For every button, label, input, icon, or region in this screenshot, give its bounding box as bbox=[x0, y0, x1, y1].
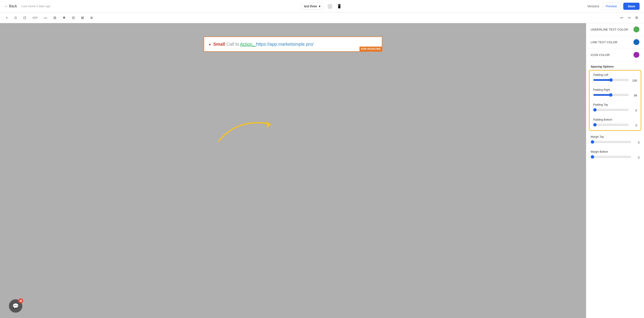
icon-color-label: ICON COLOR bbox=[591, 53, 610, 57]
text-url: https://app.marketsimple.pro/ bbox=[256, 42, 314, 47]
topbar-right: Versions Preview Save bbox=[587, 2, 640, 10]
forms-button[interactable]: ⊠ bbox=[80, 15, 85, 21]
device-icons: ⬜ 📱 bbox=[326, 2, 343, 10]
padding-bottom-row: Padding Bottom 0 bbox=[590, 115, 641, 130]
margin-top-slider[interactable] bbox=[591, 140, 631, 144]
text-to: to bbox=[235, 42, 240, 47]
margin-top-value: 0 bbox=[633, 141, 640, 144]
main-layout: ● Small Call to Action_ https://app.mark… bbox=[0, 23, 644, 318]
topbar-left: ← Back Last saved 2 days ago bbox=[4, 4, 50, 8]
undo-button[interactable]: ↩ bbox=[619, 15, 624, 21]
code-button[interactable]: </> bbox=[31, 15, 39, 21]
margin-bottom-row: Margin Bottom 0 bbox=[591, 148, 640, 162]
back-button[interactable]: ← Back bbox=[4, 4, 17, 8]
right-panel: UNDERLINE TEXT COLOR LINK TEXT COLOR ICO… bbox=[586, 23, 644, 318]
margin-top-container: 0 bbox=[591, 140, 640, 145]
spacing-box: Padding Left 100 Padding Right 99 bbox=[589, 70, 641, 131]
padding-left-container: 100 bbox=[593, 78, 637, 83]
add-button[interactable]: + bbox=[4, 15, 9, 21]
saved-status: Last saved 2 days ago bbox=[22, 4, 50, 8]
chat-widget[interactable]: 💬 46 bbox=[9, 299, 22, 313]
padding-left-label: Padding Left bbox=[593, 73, 637, 76]
block-icon: ● bbox=[209, 42, 211, 47]
underline-text-color-swatch[interactable] bbox=[633, 26, 640, 32]
versions-button[interactable]: Versions bbox=[587, 4, 599, 8]
components-button[interactable]: ❖ bbox=[61, 15, 67, 21]
link-text-color-label: LINK TEXT COLOR bbox=[591, 40, 618, 44]
margin-top-label: Margin Top bbox=[591, 135, 640, 138]
pages-button[interactable]: ⊡ bbox=[22, 15, 28, 21]
padding-right-container: 99 bbox=[593, 93, 637, 98]
layers-button[interactable]: ⊙ bbox=[13, 15, 18, 21]
mobile-device-button[interactable]: 📱 bbox=[336, 2, 343, 10]
padding-right-value: 99 bbox=[631, 94, 637, 97]
padding-bottom-container: 0 bbox=[593, 123, 637, 128]
padding-right-row: Padding Right 99 bbox=[590, 86, 641, 101]
text-italic: Call bbox=[226, 42, 235, 47]
link-text-color-swatch[interactable] bbox=[633, 39, 640, 45]
chat-icon: 💬 bbox=[12, 303, 19, 309]
redo-button[interactable]: ↪ bbox=[626, 15, 632, 21]
padding-left-value: 100 bbox=[631, 79, 637, 82]
margin-section: Margin Top 0 Margin Bottom 0 bbox=[586, 133, 644, 162]
padding-top-value: 0 bbox=[631, 109, 637, 112]
arrow-annotation bbox=[201, 101, 290, 146]
preview-icon-button[interactable]: ▭ bbox=[42, 15, 48, 21]
padding-top-row: Padding Top 0 bbox=[590, 101, 641, 115]
desktop-device-button[interactable]: ⬜ bbox=[326, 2, 334, 10]
padding-top-container: 0 bbox=[593, 108, 637, 113]
margin-bottom-slider[interactable] bbox=[591, 155, 631, 159]
save-button[interactable]: Save bbox=[623, 3, 640, 10]
page-name: test three bbox=[304, 4, 317, 8]
padding-bottom-value: 0 bbox=[631, 124, 637, 127]
text-small: Small bbox=[213, 42, 226, 47]
icon-color-swatch[interactable] bbox=[633, 52, 640, 58]
padding-left-row: Padding Left 100 bbox=[590, 71, 641, 86]
preview-button[interactable]: Preview bbox=[602, 2, 621, 10]
canvas-content: ● Small Call to Action_ https://app.mark… bbox=[204, 36, 382, 52]
svg-marker-0 bbox=[266, 120, 272, 128]
text-action: Action_ bbox=[240, 42, 256, 47]
padding-bottom-label: Padding Bottom bbox=[593, 118, 637, 121]
margin-bottom-value: 0 bbox=[633, 156, 640, 159]
chevron-down-icon: ▾ bbox=[319, 4, 320, 8]
canvas-area: ● Small Call to Action_ https://app.mark… bbox=[0, 23, 586, 318]
extra-button[interactable]: ⊛ bbox=[89, 15, 94, 21]
topbar: ← Back Last saved 2 days ago test three … bbox=[0, 0, 644, 12]
text-block[interactable]: ● Small Call to Action_ https://app.mark… bbox=[204, 36, 382, 52]
page-selector[interactable]: test three ▾ bbox=[301, 3, 323, 9]
link-text-color-row: LINK TEXT COLOR bbox=[586, 36, 644, 49]
padding-top-label: Padding Top bbox=[593, 103, 637, 106]
icon-color-row: ICON COLOR bbox=[586, 49, 644, 61]
grid-button[interactable]: ⊟ bbox=[70, 15, 76, 21]
spacing-options-header: Spacing Options bbox=[586, 61, 644, 70]
toolbar: + ⊙ ⊡ </> ▭ ⊞ ❖ ⊟ ⊠ ⊛ ↩ ↪ ⚙ bbox=[0, 12, 644, 23]
padding-left-slider[interactable] bbox=[593, 78, 628, 82]
chat-badge: 46 bbox=[18, 298, 23, 303]
margin-bottom-container: 0 bbox=[591, 155, 640, 159]
padding-top-slider[interactable] bbox=[593, 108, 628, 112]
underline-text-color-label: UNDERLINE TEXT COLOR bbox=[591, 28, 628, 31]
topbar-center: test three ▾ ⬜ 📱 bbox=[301, 2, 343, 10]
margin-bottom-label: Margin Bottom bbox=[591, 150, 640, 153]
toolbar-right-actions: ↩ ↪ ⚙ bbox=[619, 15, 640, 21]
padding-bottom-slider[interactable] bbox=[593, 123, 628, 127]
margin-top-row: Margin Top 0 bbox=[591, 133, 640, 148]
padding-right-label: Padding Right bbox=[593, 88, 637, 91]
padding-right-slider[interactable] bbox=[593, 93, 628, 97]
settings-icon-button[interactable]: ⚙ bbox=[634, 15, 640, 21]
underline-text-color-row: UNDERLINE TEXT COLOR bbox=[586, 23, 644, 36]
layout-button[interactable]: ⊞ bbox=[52, 15, 58, 21]
sub-headline-badge: SUB HEADLINE bbox=[360, 47, 382, 51]
